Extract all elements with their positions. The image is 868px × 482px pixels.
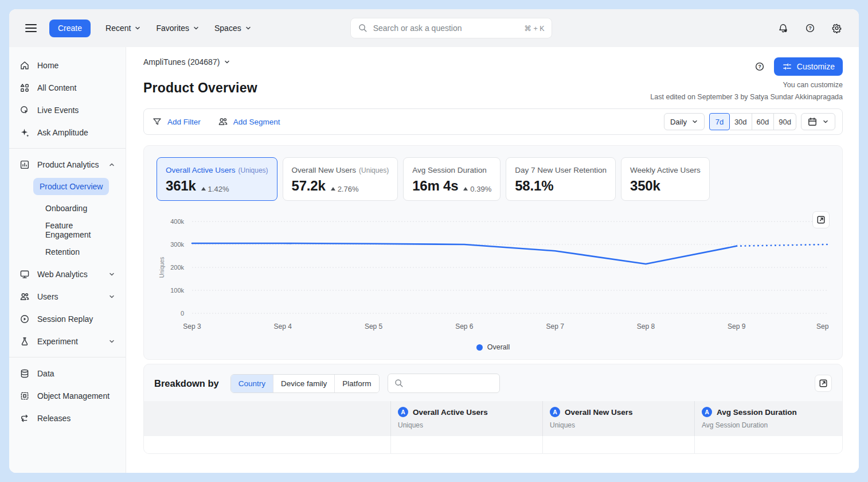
svg-text:Uniques: Uniques [159,257,165,278]
table-cell [542,436,694,453]
table-cell [144,436,390,453]
sidebar-item-label: Data [37,369,118,378]
product-analytics-icon [19,160,30,170]
sidebar-item-label: Experiment [37,337,108,346]
sidebar-item-all-content[interactable]: All Content [9,76,126,99]
breakdown-tab-platform[interactable]: Platform [334,375,378,392]
arrow-up-icon [463,187,468,191]
sidebar-item-label: Session Replay [37,314,118,324]
last-edited-note: Last edited on September 3 by Satya Sund… [650,91,843,103]
svg-text:200k: 200k [170,264,184,271]
sidebar-item-home[interactable]: Home [9,54,126,76]
svg-text:Sep 4: Sep 4 [274,322,292,331]
granularity-select[interactable]: Daily [664,113,705,130]
sidebar-item-experiment[interactable]: Experiment [9,330,126,352]
sidebar-item-product-overview[interactable]: Product Overview [9,176,126,197]
arrow-up-icon [201,187,206,191]
breadcrumb[interactable]: AmpliTunes (204687) [143,57,230,67]
column-title: Overall Active Users [413,408,488,417]
add-segment-button[interactable]: Add Segment [218,116,280,127]
column-subtitle: Uniques [398,421,535,429]
sidebar-item-product-analytics[interactable]: Product Analytics [9,153,126,176]
global-search-input[interactable]: Search or ask a question ⌘ + K [350,18,552,38]
page-help-icon[interactable]: ? [751,58,768,75]
breakdown-label: Breakdown by [154,378,219,389]
svg-text:Sep 6: Sep 6 [455,322,474,331]
sidebar-item-session-replay[interactable]: Session Replay [9,308,126,330]
nav-menu-favorites[interactable]: Favorites [156,24,200,33]
breakdown-column-overall-new-users[interactable]: A Overall New Users Uniques [542,401,694,436]
svg-text:Sep 10: Sep 10 [816,322,831,331]
breakdown-tab-device-family[interactable]: Device family [273,375,334,392]
notifications-bell-icon[interactable] [776,21,790,35]
help-icon[interactable]: ? [803,21,817,35]
sidebar-item-web-analytics[interactable]: Web Analytics [9,263,126,285]
sidebar-divider [9,357,126,357]
top-navbar: Create RecentFavoritesSpaces Search or a… [9,9,859,47]
table-cell [390,436,542,453]
chevron-down-icon [245,25,252,32]
sidebar-item-live-events[interactable]: Live Events [9,99,126,121]
range-button-7d[interactable]: 7d [709,113,730,130]
breakdown-table: A Overall Active Users Uniques A Overall… [144,401,842,453]
customize-hint: You can customize [650,79,843,91]
add-filter-button[interactable]: Add Filter [152,116,201,127]
range-button-90d[interactable]: 90d [774,113,796,130]
hamburger-menu-icon[interactable] [25,24,37,32]
svg-text:Sep 5: Sep 5 [365,322,383,331]
chart-expand-icon[interactable] [812,211,830,228]
sidebar-item-label: Product Overview [33,178,109,195]
legend-label[interactable]: Overall [487,343,510,351]
calendar-button[interactable] [801,113,835,130]
breakdown-column-avg-session-duration[interactable]: A Avg Session Duration Avg Session Durat… [694,401,842,436]
sidebar-item-releases[interactable]: Releases [9,407,126,429]
range-button-60d[interactable]: 60d [752,113,775,130]
svg-text:100k: 100k [170,287,184,294]
sidebar-item-ask-amplitude[interactable]: Ask Amplitude [9,121,126,143]
breakdown-tab-country[interactable]: Country [231,375,273,392]
nav-menus: RecentFavoritesSpaces [91,24,252,33]
arrow-up-icon [331,187,335,191]
customize-button[interactable]: Customize [774,57,843,76]
metric-title: Avg Session Duration [412,166,487,174]
metric-card-weekly-active-users[interactable]: Weekly Active Users350k [621,157,710,201]
chevron-down-icon [691,118,698,125]
sidebar-item-data[interactable]: Data [9,362,126,384]
sidebar-item-label: Onboarding [39,200,93,217]
ask-amplitude-icon [19,127,30,138]
metric-suffix: (Uniques) [238,166,268,174]
metric-card-avg-session-duration[interactable]: Avg Session Duration16m 4s0.39% [403,157,501,201]
svg-text:?: ? [758,64,761,69]
chevron-down-icon [224,59,230,65]
metric-card-overall-active-users[interactable]: Overall Active Users(Uniques)361k1.42% [157,157,277,201]
sidebar-item-users[interactable]: Users [9,285,126,308]
chevron-down-icon [108,293,115,300]
sidebar-item-object-management[interactable]: Object Management [9,384,126,407]
settings-gear-icon[interactable] [830,21,844,35]
metric-title: Overall Active Users [166,166,236,174]
breakdown-search-input[interactable] [388,374,500,393]
range-button-30d[interactable]: 30d [730,113,752,130]
sidebar-item-onboarding[interactable]: Onboarding [9,197,126,219]
table-row [144,436,842,453]
sidebar-item-label: All Content [37,83,118,92]
metric-delta: 2.76% [331,185,359,193]
session-replay-icon [19,314,30,324]
nav-right-icons: ? [776,21,844,35]
sidebar-item-label: Feature Engagement [39,217,118,243]
sidebar-item-feature-engagement[interactable]: Feature Engagement [9,219,126,241]
metric-card-day-7-new-user-retention[interactable]: Day 7 New User Retention58.1% [506,157,616,201]
chevron-up-icon [108,161,115,168]
breakdown-column-overall-active-users[interactable]: A Overall Active Users Uniques [390,401,542,436]
column-subtitle: Uniques [550,421,687,429]
sidebar-item-retention[interactable]: Retention [9,241,126,263]
nav-menu-label: Recent [105,24,131,33]
breakdown-expand-icon[interactable] [815,375,832,392]
metric-card-overall-new-users[interactable]: Overall New Users(Uniques)57.2k2.76% [283,157,398,201]
create-button[interactable]: Create [49,20,91,37]
experiment-icon [19,336,30,347]
nav-menu-spaces[interactable]: Spaces [214,24,252,33]
metric-delta: 0.39% [463,185,491,193]
nav-menu-recent[interactable]: Recent [105,24,141,33]
metric-value: 58.1% [515,178,553,194]
